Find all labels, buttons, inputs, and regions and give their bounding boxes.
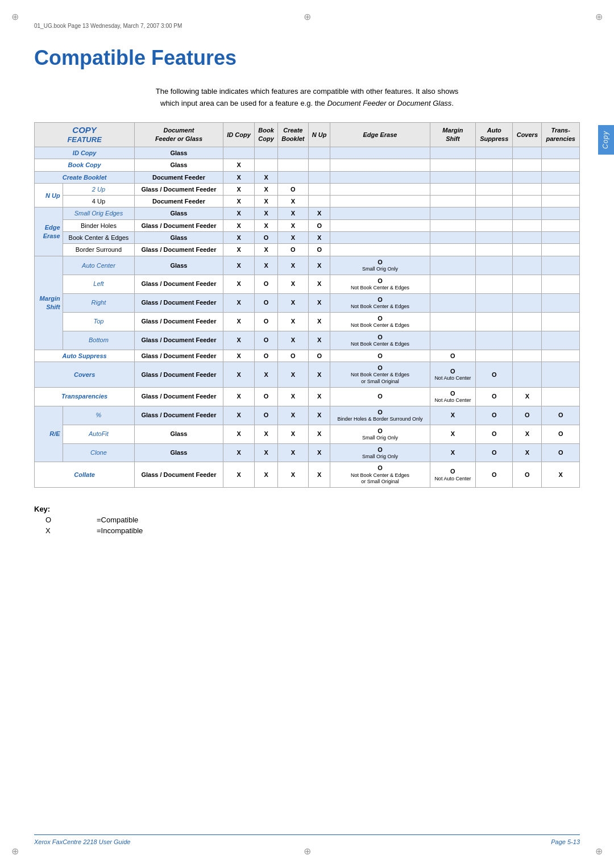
data-cell-edge_erase [330, 159, 430, 171]
data-cell-n_up: X [309, 406, 330, 425]
doc-feeder-cell: Glass / Document Feeder [135, 331, 223, 350]
feature-name: Covers [35, 362, 135, 387]
doc-feeder-cell: Glass [135, 147, 223, 159]
data-cell-trans [542, 207, 580, 219]
data-cell-margin_shift: ONot Auto Center [430, 387, 476, 406]
data-cell-covers [513, 331, 542, 350]
data-cell-book_copy: X [255, 362, 277, 387]
data-cell-margin_shift [430, 171, 476, 183]
data-cell-book_copy: O [255, 387, 277, 406]
data-cell-margin_shift: X [430, 425, 476, 443]
data-cell-create_booklet: X [277, 443, 308, 462]
data-cell-margin_shift [430, 207, 476, 219]
feature-sub: Bottom [63, 331, 135, 350]
data-cell-covers [513, 196, 542, 207]
data-cell-trans [542, 232, 580, 244]
feature-sub: 4 Up [63, 196, 135, 207]
data-cell-edge_erase: OSmall Orig Only [330, 256, 430, 275]
header-id-copy: ID Copy [223, 122, 255, 147]
data-cell-edge_erase: ONot Book Center & Edgesor Small Origina… [330, 462, 430, 488]
header-book-copy: BookCopy [255, 122, 277, 147]
data-cell-covers [513, 183, 542, 195]
data-cell-n_up: X [309, 207, 330, 219]
data-cell-book_copy: X [255, 244, 277, 256]
data-cell-edge_erase [330, 219, 430, 231]
data-cell-book_copy: X [255, 183, 277, 195]
data-cell-margin_shift [430, 331, 476, 350]
data-cell-edge_erase: ONot Book Center & Edges [330, 312, 430, 331]
feature-sub: Right [63, 293, 135, 312]
data-cell-create_booklet [277, 159, 308, 171]
key-symbol-o: O [45, 516, 63, 524]
data-cell-book_copy [255, 147, 277, 159]
data-cell-edge_erase: OSmall Orig Only [330, 443, 430, 462]
feature-name: Transparencies [35, 387, 135, 406]
data-cell-trans [542, 244, 580, 256]
data-cell-margin_shift: O [430, 350, 476, 362]
key-row-incompatible: X =Incompatible [34, 526, 580, 535]
doc-feeder-cell: Glass / Document Feeder [135, 244, 223, 256]
data-cell-n_up: O [309, 219, 330, 231]
group-label-re: R/E [35, 406, 63, 462]
data-cell-n_up: X [309, 232, 330, 244]
feature-sub: Clone [63, 443, 135, 462]
header-auto-suppress: AutoSuppress [476, 122, 513, 147]
data-cell-n_up: X [309, 275, 330, 293]
data-cell-auto_suppress [476, 147, 513, 159]
data-cell-edge_erase: O [330, 387, 430, 406]
corner-mark-tl: ⊕ [11, 11, 19, 22]
doc-feeder-cell: Glass / Document Feeder [135, 183, 223, 195]
data-cell-trans [542, 331, 580, 350]
doc-feeder-cell: Document Feeder [135, 171, 223, 183]
data-cell-book_copy: X [255, 256, 277, 275]
data-cell-covers [513, 293, 542, 312]
data-cell-create_booklet [277, 171, 308, 183]
data-cell-covers: O [513, 462, 542, 488]
top-bar: 01_UG.book Page 13 Wednesday, March 7, 2… [34, 23, 580, 29]
data-cell-covers [513, 207, 542, 219]
data-cell-covers [513, 312, 542, 331]
data-cell-auto_suppress [476, 183, 513, 195]
key-row-compatible: O =Compatible [34, 516, 580, 524]
doc-feeder-cell: Glass / Document Feeder [135, 462, 223, 488]
feature-sub: % [63, 406, 135, 425]
data-cell-covers: X [513, 425, 542, 443]
data-cell-auto_suppress: O [476, 406, 513, 425]
data-cell-margin_shift: ONot Auto Center [430, 362, 476, 387]
data-cell-covers: X [513, 387, 542, 406]
data-cell-id_copy: X [223, 406, 255, 425]
footer-right: Page 5-13 [551, 838, 580, 845]
data-cell-id_copy: X [223, 256, 255, 275]
data-cell-book_copy: X [255, 171, 277, 183]
data-cell-trans: O [542, 443, 580, 462]
side-tab: Copy [598, 125, 614, 155]
data-cell-edge_erase: O [330, 350, 430, 362]
data-cell-n_up: X [309, 331, 330, 350]
data-cell-n_up [309, 196, 330, 207]
data-cell-auto_suppress [476, 275, 513, 293]
data-cell-book_copy: O [255, 331, 277, 350]
header-margin-shift: MarginShift [430, 122, 476, 147]
data-cell-covers [513, 171, 542, 183]
doc-feeder-cell: Glass / Document Feeder [135, 312, 223, 331]
data-cell-edge_erase: ONot Book Center & Edges [330, 293, 430, 312]
data-cell-n_up: X [309, 425, 330, 443]
feature-sub: Binder Holes [63, 219, 135, 231]
feature-sub: Top [63, 312, 135, 331]
data-cell-auto_suppress: O [476, 443, 513, 462]
data-cell-create_booklet: X [277, 462, 308, 488]
data-cell-n_up: O [309, 244, 330, 256]
data-cell-covers: X [513, 443, 542, 462]
data-cell-margin_shift [430, 183, 476, 195]
data-cell-edge_erase: ONot Book Center & Edges [330, 331, 430, 350]
doc-feeder-cell: Glass / Document Feeder [135, 350, 223, 362]
data-cell-id_copy [223, 147, 255, 159]
feature-sub: 2 Up [63, 183, 135, 195]
doc-feeder-cell: Glass [135, 425, 223, 443]
data-cell-create_booklet: X [277, 275, 308, 293]
header-edge-erase: Edge Erase [330, 122, 430, 147]
data-cell-id_copy: X [223, 387, 255, 406]
data-cell-id_copy: X [223, 275, 255, 293]
data-cell-edge_erase: ONot Book Center & Edgesor Small Origina… [330, 362, 430, 387]
doc-feeder-cell: Glass / Document Feeder [135, 406, 223, 425]
